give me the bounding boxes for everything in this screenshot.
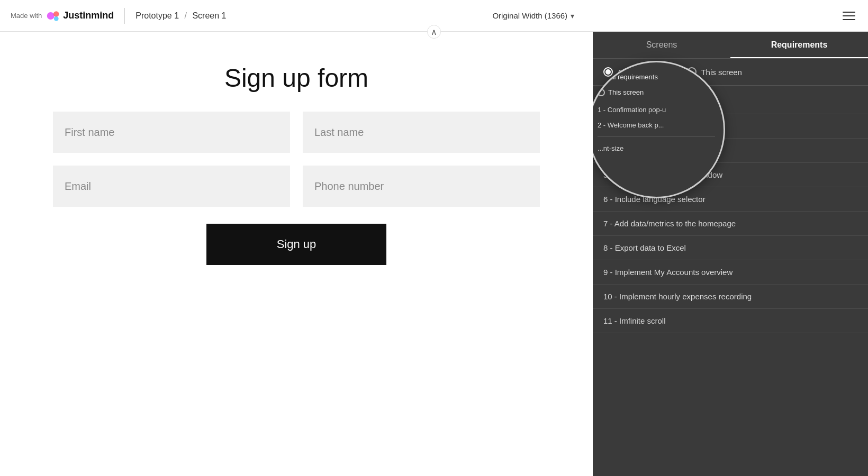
form-row-name [53, 112, 540, 153]
mag-screen-label: This screen [608, 88, 644, 96]
width-label: Original Width (1366) [492, 11, 567, 20]
topbar-center: Original Width (1366) ▾ [226, 11, 840, 20]
mag-req-3: ...nt-size [598, 142, 715, 154]
signup-button[interactable]: Sign up [206, 224, 386, 265]
magnifier-content: All requirements This screen 1 - Confirm… [593, 62, 724, 197]
hamburger-line-2 [843, 15, 855, 16]
req-item-7[interactable]: 7 - Add data/metrics to the homepage [593, 212, 868, 236]
menu-button[interactable] [840, 10, 857, 22]
req-item-9[interactable]: 9 - Implement My Accounts overview [593, 260, 868, 285]
topbar-right [840, 10, 857, 22]
tab-requirements[interactable]: Requirements [730, 32, 868, 58]
right-panel: Screens Requirements All requirements Th… [593, 32, 868, 476]
topbar: Made with Justinmind Prototype 1 / Scree… [0, 0, 868, 32]
topbar-divider [124, 8, 125, 24]
breadcrumb-screen: Screen 1 [192, 11, 226, 20]
mag-radio-screen: This screen [598, 88, 644, 96]
brand-area: Made with Justinmind [11, 8, 114, 23]
panel-tabs: Screens Requirements [593, 32, 868, 59]
filter-all-radio-circle [603, 67, 613, 77]
mag-req-2: 2 - Welcome back p... [598, 119, 715, 131]
justinmind-logo-icon [46, 8, 61, 23]
mag-divider [598, 136, 715, 137]
filter-screen-label: This screen [701, 68, 742, 77]
req-item-8[interactable]: 8 - Export data to Excel [593, 236, 868, 260]
brand-name: Justinmind [63, 10, 114, 21]
svg-point-1 [53, 11, 59, 17]
mag-req-1: 1 - Confirmation pop-u [598, 104, 715, 116]
svg-point-2 [54, 16, 59, 21]
breadcrumb-prototype: Prototype 1 [135, 11, 179, 20]
width-selector[interactable]: Original Width (1366) ▾ [492, 11, 574, 20]
last-name-field[interactable] [303, 112, 540, 153]
tab-requirements-label: Requirements [771, 40, 828, 49]
chevron-down-icon: ▾ [571, 12, 574, 20]
tab-screens[interactable]: Screens [593, 32, 730, 58]
breadcrumb: Prototype 1 / Screen 1 [135, 11, 226, 21]
phone-field[interactable] [303, 166, 540, 207]
req-item-10[interactable]: 10 - Implement hourly expenses recording [593, 285, 868, 309]
canvas: Sign up form Sign up [0, 32, 593, 476]
main-area: Sign up form Sign up Screens Requirement… [0, 32, 868, 476]
chevron-up-icon: ∧ [431, 27, 437, 37]
form-title: Sign up form [224, 63, 368, 93]
magnifier-overlay: All requirements This screen 1 - Confirm… [593, 61, 725, 198]
brand-logo: Justinmind [46, 8, 114, 23]
hamburger-line-3 [843, 19, 855, 20]
form-row-contact [53, 166, 540, 207]
email-field[interactable] [53, 166, 290, 207]
svg-point-0 [47, 12, 55, 20]
hamburger-line-1 [843, 12, 855, 13]
mag-filter-row-2: This screen [598, 88, 715, 96]
form-container: Sign up form Sign up [53, 63, 540, 265]
mag-filter-row: All requirements [598, 73, 715, 81]
first-name-field[interactable] [53, 112, 290, 153]
mag-all-label: All requirements [608, 73, 658, 81]
made-with-label: Made with [11, 12, 42, 20]
tab-screens-label: Screens [646, 40, 677, 49]
req-item-11[interactable]: 11 - Imfinite scroll [593, 309, 868, 333]
breadcrumb-sep: / [185, 11, 189, 20]
collapse-button[interactable]: ∧ [427, 25, 441, 39]
